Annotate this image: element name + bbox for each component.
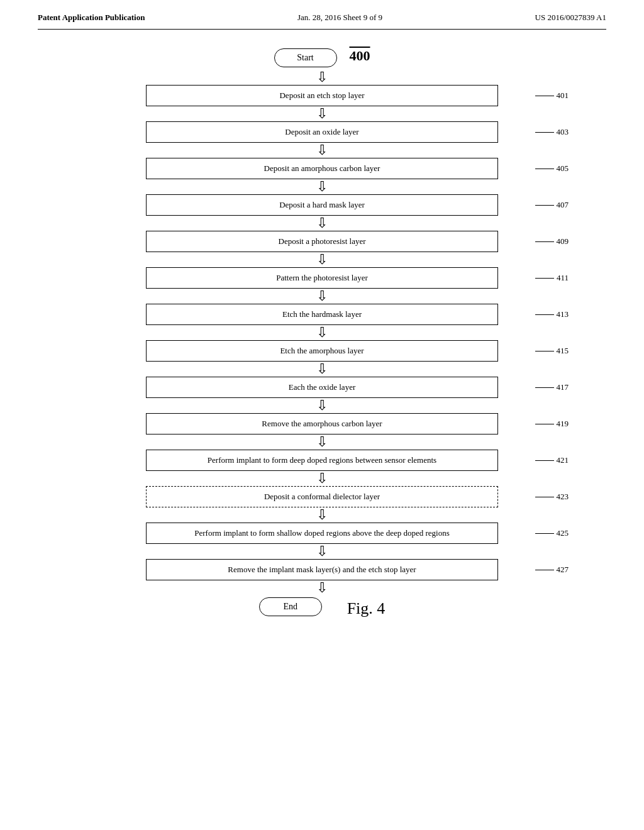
arrow-421: ⇩ bbox=[316, 471, 328, 486]
header-left: Patent Application Publication bbox=[38, 13, 145, 23]
step-box-417: Each the oxide layer bbox=[146, 377, 498, 398]
start-oval: Start bbox=[274, 48, 337, 67]
step-box-409: Deposit a photoresist layer bbox=[146, 231, 498, 252]
ref-num-419: 419 bbox=[535, 419, 569, 429]
ref-num-401: 401 bbox=[535, 91, 569, 101]
end-row: End Fig. 4 bbox=[259, 595, 386, 618]
step-box-415: Etch the amorphous layer bbox=[146, 340, 498, 362]
ref-num-411: 411 bbox=[535, 273, 569, 283]
end-oval: End bbox=[259, 597, 322, 616]
step-row-401: Deposit an etch stop layer401 bbox=[38, 85, 606, 106]
ref-num-421: 421 bbox=[535, 455, 569, 465]
ref-num-403: 403 bbox=[535, 127, 569, 137]
arrow-413: ⇩ bbox=[316, 325, 328, 340]
step-box-401: Deposit an etch stop layer bbox=[146, 85, 498, 106]
step-row-423: Deposit a conformal dielector layer423 bbox=[38, 486, 606, 507]
diagram-label: 400 bbox=[350, 48, 370, 64]
step-box-419: Remove the amorphous carbon layer bbox=[146, 413, 498, 434]
step-row-403: Deposit an oxide layer403 bbox=[38, 121, 606, 143]
ref-num-409: 409 bbox=[535, 236, 569, 246]
arrow-419: ⇩ bbox=[316, 434, 328, 450]
arrow-409: ⇩ bbox=[316, 252, 328, 267]
ref-num-423: 423 bbox=[535, 492, 569, 502]
ref-num-407: 407 bbox=[535, 200, 569, 210]
arrow-417: ⇩ bbox=[316, 398, 328, 413]
ref-num-427: 427 bbox=[535, 565, 569, 575]
header-right: US 2016/0027839 A1 bbox=[535, 13, 606, 23]
ref-num-415: 415 bbox=[535, 346, 569, 356]
step-row-425: Perform implant to form shallow doped re… bbox=[38, 523, 606, 544]
flowchart: Start 400 ⇩ Deposit an etch stop layer40… bbox=[38, 48, 606, 618]
arrow-0: ⇩ bbox=[316, 70, 328, 85]
step-box-427: Remove the implant mask layer(s) and the… bbox=[146, 559, 498, 580]
ref-num-405: 405 bbox=[535, 163, 569, 174]
step-box-411: Pattern the photoresist layer bbox=[146, 267, 498, 289]
arrow-407: ⇩ bbox=[316, 216, 328, 231]
step-row-413: Etch the hardmask layer413 bbox=[38, 304, 606, 325]
steps-container: Deposit an etch stop layer401⇩Deposit an… bbox=[38, 85, 606, 580]
step-box-403: Deposit an oxide layer bbox=[146, 121, 498, 143]
start-row: Start 400 bbox=[38, 48, 606, 67]
arrow-411: ⇩ bbox=[316, 289, 328, 304]
ref-num-413: 413 bbox=[535, 309, 569, 319]
arrow-401: ⇩ bbox=[316, 106, 328, 121]
step-box-405: Deposit an amorphous carbon layer bbox=[146, 158, 498, 179]
step-box-407: Deposit a hard mask layer bbox=[146, 194, 498, 216]
step-box-425: Perform implant to form shallow doped re… bbox=[146, 523, 498, 544]
ref-num-417: 417 bbox=[535, 382, 569, 392]
arrow-423: ⇩ bbox=[316, 507, 328, 523]
step-row-411: Pattern the photoresist layer411 bbox=[38, 267, 606, 289]
step-row-421: Perform implant to form deep doped regio… bbox=[38, 450, 606, 471]
step-box-423: Deposit a conformal dielector layer bbox=[146, 486, 498, 507]
fig-label: Fig. 4 bbox=[347, 599, 386, 618]
step-row-419: Remove the amorphous carbon layer419 bbox=[38, 413, 606, 434]
arrow-403: ⇩ bbox=[316, 143, 328, 158]
step-row-415: Etch the amorphous layer415 bbox=[38, 340, 606, 362]
header-center: Jan. 28, 2016 Sheet 9 of 9 bbox=[297, 13, 382, 23]
step-row-427: Remove the implant mask layer(s) and the… bbox=[38, 559, 606, 580]
step-row-417: Each the oxide layer417 bbox=[38, 377, 606, 398]
arrow-415: ⇩ bbox=[316, 362, 328, 377]
page: Patent Application Publication Jan. 28, … bbox=[0, 0, 644, 830]
step-row-409: Deposit a photoresist layer409 bbox=[38, 231, 606, 252]
step-box-413: Etch the hardmask layer bbox=[146, 304, 498, 325]
ref-num-425: 425 bbox=[535, 528, 569, 538]
page-header: Patent Application Publication Jan. 28, … bbox=[38, 13, 606, 30]
step-box-421: Perform implant to form deep doped regio… bbox=[146, 450, 498, 471]
arrow-425: ⇩ bbox=[316, 544, 328, 559]
arrow-end: ⇩ bbox=[316, 580, 328, 595]
step-row-405: Deposit an amorphous carbon layer405 bbox=[38, 158, 606, 179]
step-row-407: Deposit a hard mask layer407 bbox=[38, 194, 606, 216]
arrow-405: ⇩ bbox=[316, 179, 328, 194]
